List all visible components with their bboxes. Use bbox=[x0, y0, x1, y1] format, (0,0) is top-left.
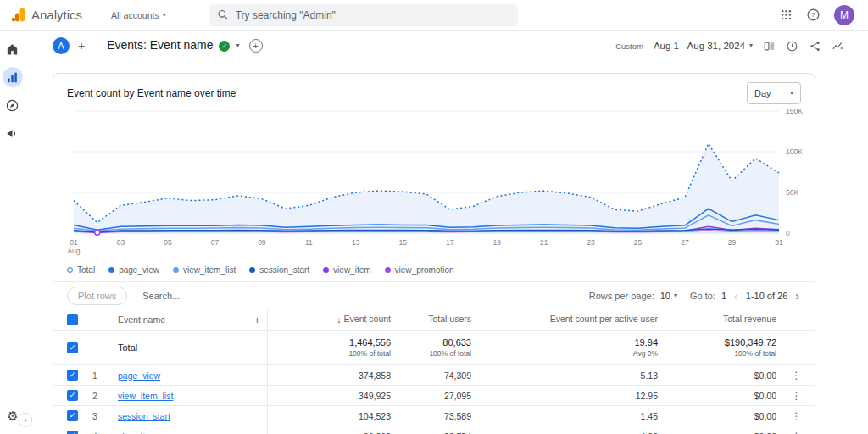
total-checkbox[interactable]: ✓ bbox=[67, 342, 78, 353]
total-users-cell: 23,754 bbox=[391, 426, 471, 434]
saved-check-icon: ✓ bbox=[219, 41, 230, 52]
row-checkbox-cell: ✓ bbox=[53, 386, 91, 405]
select-all-checkbox[interactable]: − bbox=[67, 314, 78, 326]
add-report-icon[interactable]: + bbox=[249, 39, 263, 53]
prev-page-icon[interactable]: ‹ bbox=[732, 289, 740, 303]
search-input[interactable] bbox=[236, 9, 509, 21]
user-avatar[interactable]: M bbox=[834, 5, 854, 25]
search-bar[interactable] bbox=[209, 4, 518, 26]
chart-header: Event count by Event name over time Day … bbox=[53, 74, 815, 104]
svg-text:11: 11 bbox=[305, 238, 313, 247]
svg-text:23: 23 bbox=[587, 238, 595, 247]
add-comparison-icon[interactable]: + bbox=[78, 39, 85, 53]
rows-per-page-select[interactable]: 10 ▾ bbox=[660, 291, 677, 301]
sidebar-item-explore[interactable] bbox=[3, 95, 23, 115]
legend-item-view_item[interactable]: view_item bbox=[323, 265, 370, 275]
event-count-cell: 96,860 bbox=[268, 426, 391, 434]
per-user-cell: 4.08 bbox=[471, 426, 658, 434]
row-menu-icon[interactable]: ⋮ bbox=[776, 365, 815, 385]
goto-page-input[interactable]: 1 bbox=[721, 291, 726, 301]
svg-text:31: 31 bbox=[775, 238, 783, 247]
events-table: − Event name + ↓ Event count Total users bbox=[53, 309, 815, 434]
add-column-icon[interactable]: + bbox=[253, 314, 260, 326]
svg-text:17: 17 bbox=[446, 238, 454, 247]
header-checkbox-cell: − bbox=[53, 309, 91, 330]
svg-text:25: 25 bbox=[634, 238, 643, 247]
total-revenue: $190,349.72100% of total bbox=[658, 331, 776, 364]
chart-title: Event count by Event name over time bbox=[67, 87, 236, 99]
share-icon[interactable] bbox=[809, 40, 821, 53]
clock-icon[interactable] bbox=[786, 40, 798, 53]
granularity-select[interactable]: Day ▾ bbox=[747, 82, 801, 104]
analytics-logo[interactable]: Analytics bbox=[8, 7, 82, 23]
event-name-cell: page_view bbox=[111, 365, 268, 385]
header-event-name[interactable]: Event name + bbox=[111, 309, 268, 330]
table-body: ✓1page_view374,85874,3095.13$0.00⋮✓2view… bbox=[53, 365, 815, 434]
timeseries-chart[interactable]: 050K100K150K01Aug03050709111315171921232… bbox=[67, 106, 803, 260]
row-index: 2 bbox=[91, 386, 111, 405]
total-users-cell: 74,309 bbox=[391, 365, 471, 385]
header-per-user[interactable]: Event count per active user bbox=[471, 309, 658, 330]
row-checkbox-cell: ✓ bbox=[53, 406, 91, 426]
header-total-users[interactable]: Total users bbox=[391, 309, 471, 330]
event-name-link[interactable]: page_view bbox=[118, 370, 160, 381]
legend-item-view_item_list[interactable]: view_item_list bbox=[173, 265, 236, 275]
chevron-down-icon[interactable]: ▾ bbox=[236, 42, 239, 49]
topbar-actions: ? M bbox=[780, 5, 860, 25]
event-name-link[interactable]: view_item_list bbox=[118, 391, 173, 401]
svg-text:05: 05 bbox=[164, 238, 172, 247]
plot-rows-button[interactable]: Plot rows bbox=[67, 287, 127, 305]
event-name-link[interactable]: session_start bbox=[118, 411, 170, 421]
header-event-count[interactable]: ↓ Event count bbox=[268, 309, 391, 330]
event-name-link[interactable]: view_item bbox=[118, 431, 158, 434]
sidebar-expand-icon[interactable]: › bbox=[19, 413, 33, 427]
chart-point-marker bbox=[95, 230, 100, 235]
table-row[interactable]: ✓3session_start104,52373,5891.45$0.00⋮ bbox=[53, 406, 815, 426]
per-user-cell: 1.45 bbox=[471, 406, 658, 426]
sidebar-item-home[interactable] bbox=[3, 39, 23, 59]
analytics-logo-icon bbox=[10, 7, 26, 23]
sidebar-item-reports[interactable] bbox=[3, 67, 23, 87]
event-count-cell: 104,523 bbox=[268, 406, 391, 426]
app-shell: ⚙ › A + Events: Event name ✓ ▾ + Custom … bbox=[0, 31, 868, 434]
granularity-value: Day bbox=[754, 88, 771, 98]
row-checkbox[interactable]: ✓ bbox=[67, 370, 78, 381]
row-index: 4 bbox=[91, 426, 111, 434]
legend-item-total[interactable]: Total bbox=[67, 265, 95, 275]
search-icon bbox=[217, 8, 229, 21]
table-search-input[interactable] bbox=[142, 291, 295, 301]
sidebar-item-advertising[interactable] bbox=[3, 123, 23, 143]
event-name-cell: view_item bbox=[111, 426, 268, 434]
total-users-cell: 73,589 bbox=[391, 406, 471, 426]
table-row[interactable]: ✓2view_item_list349,92527,09512.95$0.00⋮ bbox=[53, 386, 815, 406]
account-picker[interactable]: All accounts ▾ bbox=[111, 10, 166, 20]
header-menu-cell bbox=[776, 309, 815, 330]
row-menu-icon[interactable]: ⋮ bbox=[776, 386, 815, 405]
legend-item-session_start[interactable]: session_start bbox=[249, 265, 309, 275]
row-checkbox[interactable]: ✓ bbox=[67, 390, 78, 401]
event-count-cell: 374,858 bbox=[268, 365, 391, 385]
next-page-icon[interactable]: › bbox=[793, 289, 801, 303]
compare-icon[interactable] bbox=[763, 40, 776, 53]
report-title[interactable]: Events: Event name bbox=[107, 38, 213, 53]
legend-item-view_promotion[interactable]: view_promotion bbox=[385, 265, 454, 275]
apps-grid-icon[interactable] bbox=[780, 8, 793, 21]
help-icon[interactable]: ? bbox=[806, 8, 821, 22]
date-range-picker[interactable]: Aug 1 - Aug 31, 2024 ▾ bbox=[654, 41, 753, 51]
date-range-value: Aug 1 - Aug 31, 2024 bbox=[654, 41, 745, 51]
table-row[interactable]: ✓4view_item96,86023,7544.08$0.00⋮ bbox=[53, 426, 815, 434]
table-row[interactable]: ✓1page_view374,85874,3095.13$0.00⋮ bbox=[53, 365, 815, 386]
row-checkbox[interactable]: ✓ bbox=[67, 431, 78, 434]
property-avatar[interactable]: A bbox=[53, 37, 70, 54]
event-name-cell: session_start bbox=[111, 406, 268, 426]
header-total-revenue[interactable]: Total revenue bbox=[658, 309, 776, 330]
row-menu-icon[interactable]: ⋮ bbox=[776, 406, 815, 426]
table-header-row: − Event name + ↓ Event count Total users bbox=[53, 309, 815, 331]
row-checkbox[interactable]: ✓ bbox=[67, 410, 78, 421]
legend-item-page_view[interactable]: page_view bbox=[108, 265, 159, 275]
svg-text:03: 03 bbox=[117, 238, 125, 247]
row-menu-icon[interactable]: ⋮ bbox=[776, 426, 815, 434]
insights-icon[interactable] bbox=[832, 40, 844, 53]
total-menu-cell bbox=[776, 331, 815, 364]
table-search[interactable] bbox=[142, 291, 295, 301]
